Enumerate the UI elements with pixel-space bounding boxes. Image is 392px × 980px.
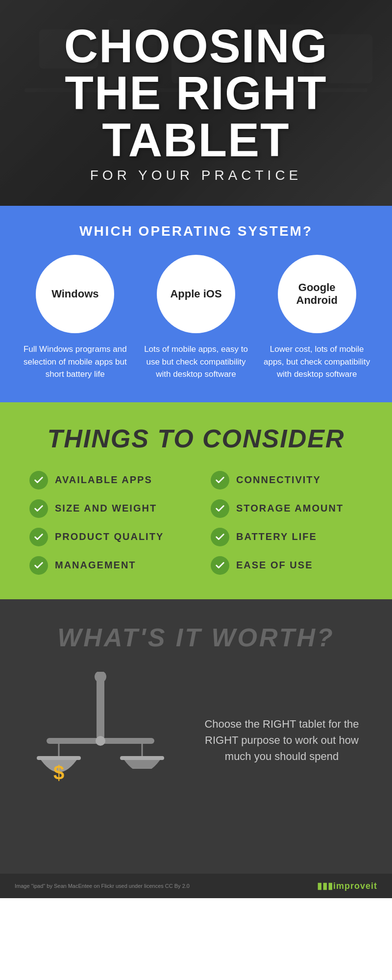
footer-logo: ▮▮▮improveit xyxy=(317,881,377,891)
os-label-ios: Apple iOS xyxy=(170,288,221,300)
os-label-windows: Windows xyxy=(51,288,98,300)
worth-heading: WHAT'S IT WORTH? xyxy=(20,623,372,652)
consider-label-battery: BATTERY LIFE xyxy=(236,531,317,542)
consider-label-ease: EASE OF USE xyxy=(236,560,313,571)
consider-grid: AVAILABLE APPS CONNECTIVITY SIZE AND WEI… xyxy=(29,471,363,575)
os-circle-android: Google Android xyxy=(278,255,356,333)
worth-description: Choose the RIGHT tablet for the RIGHT pu… xyxy=(203,716,360,764)
os-circle-windows: Windows xyxy=(36,255,114,333)
hero-section: CHOOSING THE RIGHT TABLET FOR YOUR PRACT… xyxy=(0,0,392,206)
check-icon-battery xyxy=(211,528,229,546)
svg-text:$: $ xyxy=(53,762,64,784)
hero-content: CHOOSING THE RIGHT TABLET FOR YOUR PRACT… xyxy=(64,23,328,183)
svg-rect-13 xyxy=(37,756,81,760)
consider-label-size-weight: SIZE AND WEIGHT xyxy=(55,503,157,514)
svg-point-10 xyxy=(96,736,105,746)
worth-content: $ Choose the RIGHT tablet for the RIGHT … xyxy=(20,672,372,809)
consider-label-available-apps: AVAILABLE APPS xyxy=(55,474,152,486)
os-circle-ios: Apple iOS xyxy=(157,255,235,333)
footer: Image "ipad" by Sean MacEntee on Flickr … xyxy=(0,874,392,898)
os-card-windows: Windows Full Windows programs and select… xyxy=(20,255,131,381)
svg-rect-16 xyxy=(131,769,153,772)
svg-point-8 xyxy=(95,672,106,683)
os-section: WHICH OPERATING SYSTEM? Windows Full Win… xyxy=(0,206,392,402)
check-icon-storage xyxy=(211,499,229,518)
check-icon-size-weight xyxy=(29,499,48,518)
consider-heading: THINGS TO CONSIDER xyxy=(29,424,363,453)
consider-label-quality: PRODUCT QUALITY xyxy=(55,531,164,542)
hero-line1: CHOOSING xyxy=(64,23,328,70)
consider-item-connectivity: CONNECTIVITY xyxy=(211,471,363,490)
hero-line2: THE RIGHT xyxy=(64,70,328,117)
os-card-ios: Apple iOS Lots of mobile apps, easy to u… xyxy=(141,255,252,381)
check-icon-available-apps xyxy=(29,471,48,490)
svg-rect-7 xyxy=(97,677,104,740)
hero-line3: TABLET xyxy=(64,117,328,164)
consider-label-management: MANAGEMENT xyxy=(55,560,136,571)
os-desc-ios: Lots of mobile apps, easy to use but che… xyxy=(141,343,252,381)
scale-illustration: $ xyxy=(32,672,169,809)
hero-title: CHOOSING THE RIGHT TABLET xyxy=(64,23,328,164)
consider-item-battery: BATTERY LIFE xyxy=(211,528,363,546)
os-desc-windows: Full Windows programs and selection of m… xyxy=(20,343,131,381)
consider-item-management: MANAGEMENT xyxy=(29,556,181,575)
consider-label-connectivity: CONNECTIVITY xyxy=(236,474,321,486)
consider-item-storage: STORAGE AMOUNT xyxy=(211,499,363,518)
os-heading: WHICH OPERATING SYSTEM? xyxy=(20,223,372,239)
consider-section: THINGS TO CONSIDER AVAILABLE APPS CONNEC… xyxy=(0,402,392,599)
svg-rect-18 xyxy=(135,782,149,785)
check-icon-management xyxy=(29,556,48,575)
check-icon-connectivity xyxy=(211,471,229,490)
os-label-android: Google Android xyxy=(278,281,356,307)
svg-rect-15 xyxy=(120,756,164,760)
os-cards-container: Windows Full Windows programs and select… xyxy=(20,255,372,381)
worth-desc-text: Choose the RIGHT tablet for the RIGHT pu… xyxy=(204,718,359,762)
svg-rect-17 xyxy=(133,775,151,779)
consider-label-storage: STORAGE AMOUNT xyxy=(236,503,343,514)
os-card-android: Google Android Lower cost, lots of mobil… xyxy=(261,255,372,381)
consider-item-size-weight: SIZE AND WEIGHT xyxy=(29,499,181,518)
hero-subtitle: FOR YOUR PRACTICE xyxy=(64,168,328,183)
footer-credit: Image "ipad" by Sean MacEntee on Flickr … xyxy=(15,883,190,889)
check-icon-ease xyxy=(211,556,229,575)
consider-item-quality: PRODUCT QUALITY xyxy=(29,528,181,546)
scale-svg: $ xyxy=(37,672,164,809)
worth-section: WHAT'S IT WORTH? $ xyxy=(0,599,392,874)
os-desc-android: Lower cost, lots of mobile apps, but che… xyxy=(261,343,372,381)
check-icon-quality xyxy=(29,528,48,546)
consider-item-ease: EASE OF USE xyxy=(211,556,363,575)
consider-item-available-apps: AVAILABLE APPS xyxy=(29,471,181,490)
